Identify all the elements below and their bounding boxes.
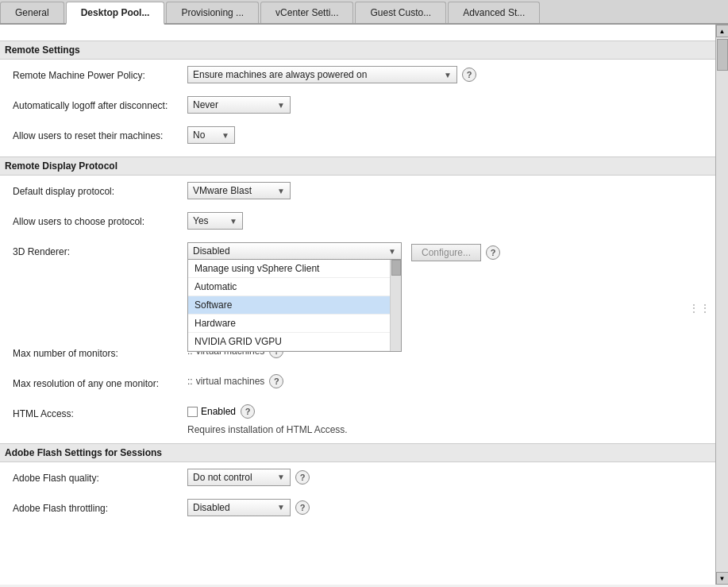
allow-reset-arrow-icon: ▼ bbox=[221, 131, 229, 140]
power-policy-control: Ensure machines are always powered on ▼ … bbox=[187, 66, 703, 83]
flash-throttling-row: Adobe Flash throttling: Disabled ▼ ? bbox=[13, 499, 703, 521]
flash-quality-help-icon[interactable]: ? bbox=[295, 470, 310, 485]
power-policy-label: Remote Machine Power Policy: bbox=[13, 66, 187, 83]
remote-settings-header: Remote Settings bbox=[0, 41, 715, 60]
flash-throttling-control: Disabled ▼ ? bbox=[187, 499, 703, 516]
dropdown-scroll-thumb bbox=[391, 260, 401, 276]
max-resolution-control: :: virtual machines ? bbox=[187, 374, 703, 388]
flash-settings-header: Adobe Flash Settings for Sessions bbox=[0, 443, 715, 462]
flash-quality-label: Adobe Flash quality: bbox=[13, 469, 187, 485]
renderer-3d-help-icon[interactable]: ? bbox=[486, 245, 500, 260]
default-protocol-dropdown[interactable]: VMware Blast ▼ bbox=[187, 182, 291, 199]
option-software[interactable]: Software bbox=[188, 296, 401, 315]
default-protocol-arrow-icon: ▼ bbox=[277, 187, 285, 195]
max-resolution-row: Max resolution of any one monitor: :: vi… bbox=[13, 374, 703, 396]
html-access-row: HTML Access: Enabled ? Requires installa… bbox=[13, 404, 703, 435]
flash-quality-dropdown[interactable]: Do not control ▼ bbox=[187, 469, 291, 486]
auto-logoff-arrow-icon: ▼ bbox=[277, 101, 285, 110]
html-access-label: HTML Access: bbox=[13, 404, 187, 421]
auto-logoff-label: Automatically logoff after disconnect: bbox=[13, 96, 187, 113]
auto-logoff-row: Automatically logoff after disconnect: N… bbox=[13, 96, 703, 118]
tab-general[interactable]: General bbox=[0, 2, 64, 23]
flash-throttling-help-icon[interactable]: ? bbox=[295, 500, 310, 515]
allow-choose-arrow-icon: ▼ bbox=[229, 217, 237, 226]
option-automatic[interactable]: Automatic bbox=[188, 278, 401, 296]
max-resolution-label: Max resolution of any one monitor: bbox=[13, 374, 187, 391]
renderer-3d-dropdown[interactable]: Disabled ▼ bbox=[187, 242, 402, 260]
tab-advanced-settings[interactable]: Advanced St... bbox=[448, 2, 540, 23]
tab-guest-customization[interactable]: Guest Custo... bbox=[355, 2, 446, 23]
max-monitors-label: Max number of monitors: bbox=[13, 344, 187, 361]
option-nvidia-grid[interactable]: NVIDIA GRID VGPU bbox=[188, 333, 401, 351]
default-protocol-row: Default display protocol: VMware Blast ▼ bbox=[13, 182, 703, 204]
option-vsphere-client[interactable]: Manage using vSphere Client bbox=[188, 260, 401, 278]
renderer-3d-arrow-icon: ▼ bbox=[388, 247, 396, 256]
renderer-3d-row: 3D Renderer: Disabled ▼ Manage using vSp… bbox=[13, 242, 703, 265]
flash-throttling-arrow-icon: ▼ bbox=[277, 503, 285, 512]
allow-reset-control: No ▼ bbox=[187, 126, 703, 144]
flash-throttling-label: Adobe Flash throttling: bbox=[13, 499, 187, 516]
power-policy-row: Remote Machine Power Policy: Ensure mach… bbox=[13, 66, 703, 88]
scroll-down-button[interactable]: ▼ bbox=[716, 572, 729, 585]
power-policy-help-icon[interactable]: ? bbox=[462, 68, 476, 82]
allow-choose-control: Yes ▼ bbox=[187, 212, 703, 230]
auto-logoff-control: Never ▼ bbox=[187, 96, 703, 114]
power-policy-arrow-icon: ▼ bbox=[444, 71, 452, 79]
flash-quality-arrow-icon: ▼ bbox=[277, 473, 285, 481]
scroll-up-button[interactable]: ▲ bbox=[716, 25, 729, 37]
html-access-control: Enabled ? bbox=[187, 404, 703, 419]
configure-button[interactable]: Configure... bbox=[411, 244, 481, 261]
default-protocol-control: VMware Blast ▼ bbox=[187, 182, 703, 199]
tab-bar: General Desktop Pool... Provisioning ...… bbox=[0, 0, 728, 25]
allow-choose-label: Allow users to choose protocol: bbox=[13, 212, 187, 229]
main-panel: Remote Settings Remote Machine Power Pol… bbox=[0, 25, 715, 585]
renderer-3d-dropdown-list: Manage using vSphere Client Automatic So… bbox=[187, 260, 402, 352]
default-protocol-label: Default display protocol: bbox=[13, 182, 187, 199]
renderer-3d-control: Disabled ▼ Manage using vSphere Client A… bbox=[187, 242, 703, 261]
remote-display-header: Remote Display Protocol bbox=[0, 156, 715, 176]
tab-desktop-pool[interactable]: Desktop Pool... bbox=[66, 2, 165, 25]
tab-vcenter-settings[interactable]: vCenter Setti... bbox=[260, 2, 353, 23]
html-access-checkbox-label: Enabled bbox=[201, 406, 236, 417]
power-policy-dropdown[interactable]: Ensure machines are always powered on ▼ bbox=[187, 66, 457, 83]
html-access-help-icon[interactable]: ? bbox=[241, 404, 255, 419]
scrollbar[interactable]: ▲ ▼ bbox=[715, 25, 728, 585]
max-resolution-help-icon[interactable]: ? bbox=[269, 374, 283, 388]
html-access-info-text: Requires installation of HTML Access. bbox=[187, 423, 348, 437]
html-access-checkbox[interactable] bbox=[187, 407, 198, 417]
flash-throttling-dropdown[interactable]: Disabled ▼ bbox=[187, 499, 291, 516]
flash-quality-control: Do not control ▼ ? bbox=[187, 469, 703, 486]
allow-choose-row: Allow users to choose protocol: Yes ▼ bbox=[13, 212, 703, 234]
option-hardware[interactable]: Hardware bbox=[188, 315, 401, 333]
scroll-thumb[interactable] bbox=[717, 39, 728, 71]
allow-reset-dropdown[interactable]: No ▼ bbox=[187, 126, 235, 144]
dropdown-scrollbar bbox=[390, 260, 401, 351]
allow-reset-row: Allow users to reset their machines: No … bbox=[13, 126, 703, 149]
flash-quality-row: Adobe Flash quality: Do not control ▼ ? bbox=[13, 469, 703, 491]
html-access-checkbox-container: Enabled bbox=[187, 406, 236, 417]
tab-provisioning[interactable]: Provisioning ... bbox=[166, 2, 259, 23]
auto-logoff-dropdown[interactable]: Never ▼ bbox=[187, 96, 291, 114]
renderer-3d-label: 3D Renderer: bbox=[13, 242, 187, 259]
allow-reset-label: Allow users to reset their machines: bbox=[13, 126, 187, 143]
allow-choose-dropdown[interactable]: Yes ▼ bbox=[187, 212, 243, 230]
max-resolution-vm-text: :: virtual machines bbox=[187, 376, 264, 387]
content-area: Remote Settings Remote Machine Power Pol… bbox=[0, 25, 728, 585]
